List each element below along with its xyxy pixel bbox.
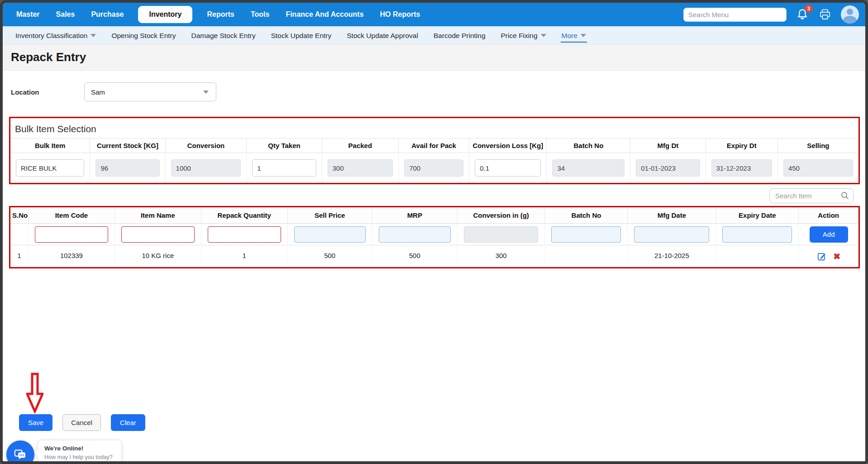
bulk-col-batch-no: Batch No bbox=[547, 139, 630, 153]
repack-cell-sell-price: 500 bbox=[288, 246, 372, 267]
chat-tooltip[interactable]: We're Online! How may I help you today? bbox=[38, 440, 121, 464]
caret-down-icon bbox=[541, 34, 546, 37]
bulk-table-values bbox=[10, 153, 858, 183]
repack-input-cell-conversion-in-g bbox=[458, 224, 545, 245]
avatar-head bbox=[847, 9, 853, 15]
title-strip: Repack Entry bbox=[3, 44, 865, 71]
user-avatar[interactable] bbox=[841, 5, 859, 24]
footer-actions: Save Cancel Clear bbox=[19, 414, 865, 431]
page-title: Repack Entry bbox=[11, 50, 86, 64]
bulk-cell-mfg-dt bbox=[630, 153, 706, 183]
subnav-item-price-fixing[interactable]: Price Fixing bbox=[500, 28, 547, 43]
search-menu-input[interactable] bbox=[683, 8, 787, 22]
location-label: Location bbox=[11, 88, 84, 96]
pencil-square-icon[interactable] bbox=[817, 251, 827, 261]
bulk-col-expiry-dt: Expiry Dt bbox=[706, 139, 778, 153]
location-select[interactable]: Sam bbox=[84, 82, 216, 101]
subnav-item-damage-stock-entry[interactable]: Damage Stock Entry bbox=[191, 28, 257, 43]
bulk-input-bulk-item[interactable] bbox=[16, 159, 84, 177]
top-navbar: MasterSalesPurchaseInventoryReportsTools… bbox=[3, 3, 865, 26]
subnav-item-label: Damage Stock Entry bbox=[191, 32, 256, 40]
repack-input-item-code[interactable] bbox=[35, 226, 108, 243]
subnav-item-opening-stock-entry[interactable]: Opening Stock Entry bbox=[110, 28, 176, 43]
bulk-input-selling bbox=[783, 159, 853, 177]
subnav-item-inventory-classification[interactable]: Inventory Classification bbox=[14, 28, 97, 43]
repack-input-row: Add bbox=[10, 224, 858, 245]
bulk-cell-conversion bbox=[166, 153, 247, 183]
bulk-input-qty-taken[interactable] bbox=[252, 159, 316, 177]
topnav-item-master[interactable]: Master bbox=[16, 10, 40, 19]
topnav-item-inventory[interactable]: Inventory bbox=[138, 6, 192, 23]
topnav-item-sales[interactable]: Sales bbox=[56, 10, 75, 19]
repack-input-batch-no[interactable] bbox=[551, 226, 621, 243]
cancel-button[interactable]: Cancel bbox=[62, 414, 101, 431]
topnav-right: 3 bbox=[683, 5, 859, 24]
bulk-cell-bulk-item bbox=[10, 153, 90, 183]
repack-input-cell-mfg-date bbox=[628, 224, 716, 245]
repack-input-sell-price[interactable] bbox=[294, 226, 366, 243]
repack-table-row: 110233910 KG rice150050030021-10-2025✖ bbox=[10, 245, 858, 267]
bulk-cell-packed bbox=[322, 153, 399, 183]
bulk-table-header: Bulk ItemCurrent Stock [KG]ConversionQty… bbox=[10, 138, 858, 153]
add-button[interactable]: Add bbox=[810, 226, 848, 243]
inventory-subnav: Inventory ClassificationOpening Stock En… bbox=[3, 26, 865, 44]
repack-col-mfg-date: Mfg Date bbox=[628, 207, 716, 223]
delete-x-icon[interactable]: ✖ bbox=[833, 252, 840, 261]
bulk-cell-selling bbox=[778, 153, 858, 183]
repack-col-s-no: S.No bbox=[10, 207, 29, 223]
subnav-item-barcode-printing[interactable]: Barcode Printing bbox=[433, 28, 486, 43]
bulk-cell-current-stock-kg bbox=[90, 153, 165, 183]
bulk-cell-qty-taken bbox=[247, 153, 322, 183]
bulk-col-packed: Packed bbox=[322, 139, 399, 153]
save-button[interactable]: Save bbox=[19, 414, 52, 431]
topnav-item-finance-and-accounts[interactable]: Finance And Accounts bbox=[286, 10, 363, 19]
printer-icon bbox=[818, 8, 832, 21]
subnav-item-label: Stock Update Entry bbox=[271, 32, 332, 40]
bulk-col-mfg-dt: Mfg Dt bbox=[630, 139, 706, 153]
bulk-input-batch-no bbox=[552, 159, 625, 177]
chat-launcher-button[interactable] bbox=[6, 440, 34, 464]
repack-input-item-name[interactable] bbox=[121, 226, 195, 243]
bulk-cell-conversion-loss-kg bbox=[469, 153, 547, 183]
chat-greeting: How may I help you today? bbox=[44, 454, 115, 460]
repack-input-mrp[interactable] bbox=[379, 226, 451, 243]
repack-input-cell-s-no bbox=[10, 224, 29, 245]
subnav-item-stock-update-approval[interactable]: Stock Update Approval bbox=[346, 28, 419, 43]
repack-cell-item-name: 10 KG rice bbox=[115, 246, 201, 267]
notifications-button[interactable]: 3 bbox=[796, 8, 809, 21]
repack-col-sell-price: Sell Price bbox=[288, 207, 372, 223]
bulk-item-selection-section: Bulk Item Selection Bulk ItemCurrent Sto… bbox=[9, 117, 860, 184]
repack-input-repack-quantity[interactable] bbox=[208, 226, 281, 243]
bulk-section-title: Bulk Item Selection bbox=[10, 118, 858, 138]
repack-cell-repack-quantity: 1 bbox=[201, 246, 288, 267]
bulk-input-conversion-loss-kg[interactable] bbox=[475, 159, 541, 177]
repack-col-item-name: Item Name bbox=[115, 207, 201, 223]
print-button[interactable] bbox=[818, 8, 832, 21]
repack-col-repack-quantity: Repack Quantity bbox=[201, 207, 288, 223]
search-item-row bbox=[3, 188, 854, 203]
bulk-input-conversion bbox=[171, 159, 241, 177]
repack-col-batch-no: Batch No bbox=[545, 207, 628, 223]
repack-input-cell-item-code bbox=[29, 224, 115, 245]
topnav-items: MasterSalesPurchaseInventoryReportsTools… bbox=[16, 6, 420, 23]
subnav-item-label: Stock Update Approval bbox=[347, 32, 418, 40]
repack-items-table: S.NoItem CodeItem NameRepack QuantitySel… bbox=[9, 206, 860, 268]
bulk-col-current-stock-kg: Current Stock [KG] bbox=[90, 139, 165, 153]
repack-cell-action: ✖ bbox=[799, 245, 858, 267]
subnav-item-stock-update-entry[interactable]: Stock Update Entry bbox=[270, 28, 333, 43]
topnav-item-purchase[interactable]: Purchase bbox=[91, 10, 124, 19]
chat-bubbles-icon bbox=[13, 447, 28, 462]
topnav-item-tools[interactable]: Tools bbox=[251, 10, 269, 19]
clear-button[interactable]: Clear bbox=[111, 414, 145, 431]
repack-input-mfg-date[interactable] bbox=[634, 226, 709, 243]
subnav-item-more[interactable]: More bbox=[561, 28, 587, 43]
avatar-body bbox=[843, 16, 857, 24]
repack-input-expiry-date[interactable] bbox=[722, 226, 792, 243]
repack-input-cell-action: Add bbox=[799, 224, 858, 245]
repack-col-expiry-date: Expiry Date bbox=[716, 207, 799, 223]
topnav-item-ho-reports[interactable]: HO Reports bbox=[380, 10, 420, 19]
bulk-col-conversion-loss-kg: Conversion Loss [Kg] bbox=[469, 139, 547, 153]
topnav-item-reports[interactable]: Reports bbox=[207, 10, 234, 19]
bulk-col-avail-for-pack: Avail for Pack bbox=[399, 139, 469, 153]
caret-down-icon bbox=[581, 34, 586, 37]
